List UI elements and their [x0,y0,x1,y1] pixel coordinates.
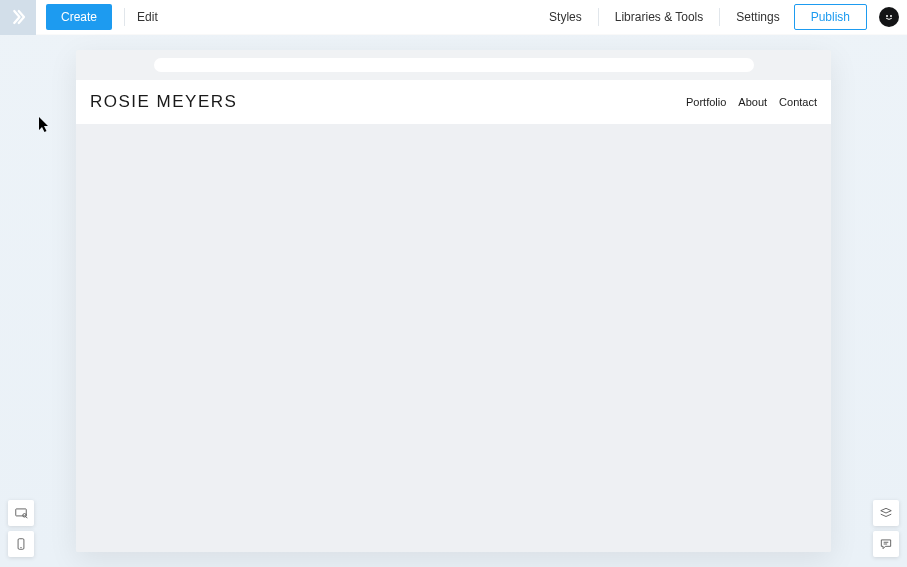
svg-rect-2 [16,509,27,516]
divider [598,8,599,26]
svg-point-0 [886,15,888,17]
edit-link[interactable]: Edit [137,10,158,24]
mobile-view-button[interactable] [8,531,34,557]
nav-libraries[interactable]: Libraries & Tools [611,10,708,24]
comments-button[interactable] [873,531,899,557]
app-logo[interactable] [0,0,36,35]
site-header: ROSIE MEYERS Portfolio About Contact [76,80,831,124]
nav-styles[interactable]: Styles [545,10,586,24]
create-button[interactable]: Create [46,4,112,30]
divider [124,8,125,26]
browser-chrome [76,50,831,80]
site-nav-about[interactable]: About [738,96,767,108]
site-nav-portfolio[interactable]: Portfolio [686,96,726,108]
site-nav: Portfolio About Contact [686,96,817,108]
cursor-icon [39,117,51,133]
publish-button[interactable]: Publish [794,4,867,30]
site-nav-contact[interactable]: Contact [779,96,817,108]
nav-settings[interactable]: Settings [732,10,783,24]
preview-tool-button[interactable] [8,500,34,526]
svg-point-1 [890,15,892,17]
site-title[interactable]: ROSIE MEYERS [90,92,237,112]
svg-line-4 [26,517,28,519]
layers-button[interactable] [873,500,899,526]
avatar[interactable] [879,7,899,27]
top-toolbar: Create Edit Styles Libraries & Tools Set… [0,0,907,35]
site-body[interactable] [76,124,831,552]
url-bar[interactable] [154,58,754,72]
site-preview-canvas[interactable]: ROSIE MEYERS Portfolio About Contact [76,50,831,552]
divider [719,8,720,26]
